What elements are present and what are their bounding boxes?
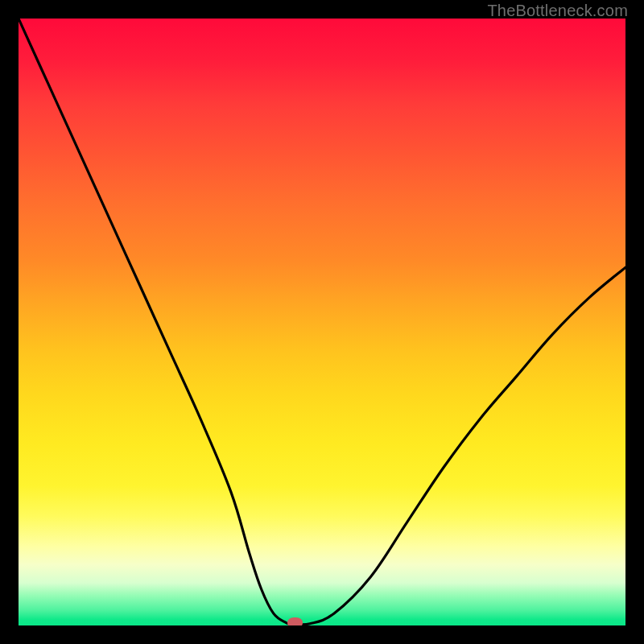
chart-frame: TheBottleneck.com	[0, 0, 644, 644]
optimal-point-marker	[287, 617, 303, 625]
watermark-text: TheBottleneck.com	[487, 2, 628, 20]
bottleneck-curve	[19, 19, 625, 625]
plot-area	[19, 19, 625, 625]
